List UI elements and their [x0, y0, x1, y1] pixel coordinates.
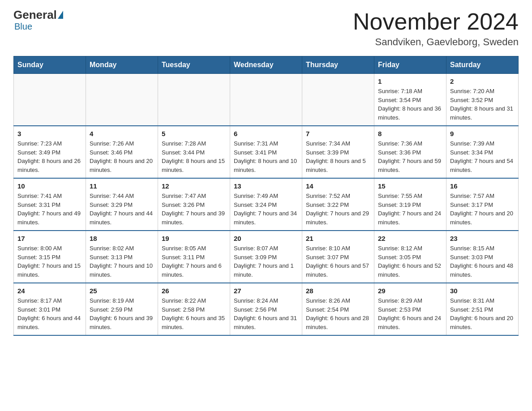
- day-info: Sunrise: 7:23 AMSunset: 3:49 PMDaylight:…: [17, 139, 82, 174]
- day-info: Sunrise: 7:52 AMSunset: 3:22 PMDaylight:…: [306, 192, 370, 227]
- calendar-cell: 22Sunrise: 8:12 AMSunset: 3:05 PMDayligh…: [374, 231, 446, 283]
- logo: General: [13, 9, 64, 21]
- day-number: 12: [162, 182, 226, 190]
- day-info: Sunrise: 7:41 AMSunset: 3:31 PMDaylight:…: [17, 192, 82, 227]
- calendar-cell: [86, 74, 158, 126]
- calendar-cell: 10Sunrise: 7:41 AMSunset: 3:31 PMDayligh…: [14, 178, 86, 231]
- day-info: Sunrise: 8:02 AMSunset: 3:13 PMDaylight:…: [90, 244, 154, 279]
- calendar-cell: 4Sunrise: 7:26 AMSunset: 3:46 PMDaylight…: [86, 126, 158, 178]
- calendar-cell: 26Sunrise: 8:22 AMSunset: 2:58 PMDayligh…: [158, 283, 230, 335]
- day-info: Sunrise: 7:39 AMSunset: 3:34 PMDaylight:…: [450, 139, 515, 174]
- calendar-cell: [14, 74, 86, 126]
- calendar-cell: 23Sunrise: 8:15 AMSunset: 3:03 PMDayligh…: [446, 231, 519, 283]
- page-header: General Blue November 2024 Sandviken, Ga…: [13, 9, 519, 48]
- day-number: 13: [234, 182, 298, 190]
- header-day-thursday: Thursday: [302, 56, 374, 74]
- header-day-tuesday: Tuesday: [158, 56, 230, 74]
- day-number: 6: [234, 130, 298, 137]
- day-info: Sunrise: 8:24 AMSunset: 2:56 PMDaylight:…: [234, 296, 298, 331]
- day-info: Sunrise: 8:15 AMSunset: 3:03 PMDaylight:…: [450, 244, 515, 279]
- day-number: 19: [162, 235, 226, 242]
- day-info: Sunrise: 7:28 AMSunset: 3:44 PMDaylight:…: [162, 139, 226, 174]
- day-info: Sunrise: 7:31 AMSunset: 3:41 PMDaylight:…: [234, 139, 298, 174]
- calendar-cell: 30Sunrise: 8:31 AMSunset: 2:51 PMDayligh…: [446, 283, 519, 335]
- day-number: 10: [17, 182, 82, 190]
- day-info: Sunrise: 7:47 AMSunset: 3:26 PMDaylight:…: [162, 192, 226, 227]
- calendar-cell: 14Sunrise: 7:52 AMSunset: 3:22 PMDayligh…: [302, 178, 374, 231]
- header-row: SundayMondayTuesdayWednesdayThursdayFrid…: [14, 56, 519, 74]
- calendar-cell: 5Sunrise: 7:28 AMSunset: 3:44 PMDaylight…: [158, 126, 230, 178]
- day-info: Sunrise: 8:29 AMSunset: 2:53 PMDaylight:…: [378, 296, 442, 331]
- day-number: 5: [162, 130, 226, 137]
- logo-general-text: General: [13, 9, 57, 21]
- day-info: Sunrise: 8:10 AMSunset: 3:07 PMDaylight:…: [306, 244, 370, 279]
- calendar-table: SundayMondayTuesdayWednesdayThursdayFrid…: [13, 56, 519, 336]
- day-number: 17: [17, 235, 82, 242]
- day-number: 28: [306, 287, 370, 295]
- logo-blue-text: Blue: [14, 21, 32, 32]
- calendar-cell: [158, 74, 230, 126]
- calendar-cell: 3Sunrise: 7:23 AMSunset: 3:49 PMDaylight…: [14, 126, 86, 178]
- calendar-cell: 16Sunrise: 7:57 AMSunset: 3:17 PMDayligh…: [446, 178, 519, 231]
- header-day-monday: Monday: [86, 56, 158, 74]
- day-info: Sunrise: 8:07 AMSunset: 3:09 PMDaylight:…: [234, 244, 298, 279]
- day-info: Sunrise: 8:19 AMSunset: 2:59 PMDaylight:…: [90, 296, 154, 331]
- day-info: Sunrise: 8:22 AMSunset: 2:58 PMDaylight:…: [162, 296, 226, 331]
- day-number: 21: [306, 235, 370, 242]
- logo-area: General Blue: [13, 9, 64, 32]
- header-day-friday: Friday: [374, 56, 446, 74]
- day-number: 30: [450, 287, 515, 295]
- day-info: Sunrise: 8:00 AMSunset: 3:15 PMDaylight:…: [17, 244, 82, 279]
- header-day-saturday: Saturday: [446, 56, 519, 74]
- header-day-wednesday: Wednesday: [230, 56, 302, 74]
- calendar-week-4: 17Sunrise: 8:00 AMSunset: 3:15 PMDayligh…: [14, 231, 519, 283]
- calendar-cell: 18Sunrise: 8:02 AMSunset: 3:13 PMDayligh…: [86, 231, 158, 283]
- header-day-sunday: Sunday: [14, 56, 86, 74]
- day-number: 15: [378, 182, 442, 190]
- calendar-body: 1Sunrise: 7:18 AMSunset: 3:54 PMDaylight…: [14, 74, 519, 336]
- day-number: 16: [450, 182, 515, 190]
- logo-triangle-icon: [58, 11, 63, 19]
- day-info: Sunrise: 7:34 AMSunset: 3:39 PMDaylight:…: [306, 139, 370, 174]
- day-number: 2: [450, 77, 515, 85]
- day-number: 27: [234, 287, 298, 295]
- day-info: Sunrise: 7:20 AMSunset: 3:52 PMDaylight:…: [450, 87, 515, 122]
- day-number: 3: [17, 130, 82, 137]
- day-number: 7: [306, 130, 370, 137]
- day-number: 4: [90, 130, 154, 137]
- day-info: Sunrise: 7:18 AMSunset: 3:54 PMDaylight:…: [378, 87, 442, 122]
- day-info: Sunrise: 7:57 AMSunset: 3:17 PMDaylight:…: [450, 192, 515, 227]
- calendar-cell: 11Sunrise: 7:44 AMSunset: 3:29 PMDayligh…: [86, 178, 158, 231]
- calendar-cell: 29Sunrise: 8:29 AMSunset: 2:53 PMDayligh…: [374, 283, 446, 335]
- day-info: Sunrise: 7:26 AMSunset: 3:46 PMDaylight:…: [90, 139, 154, 174]
- calendar-cell: [302, 74, 374, 126]
- day-info: Sunrise: 8:17 AMSunset: 3:01 PMDaylight:…: [17, 296, 82, 331]
- calendar-cell: 25Sunrise: 8:19 AMSunset: 2:59 PMDayligh…: [86, 283, 158, 335]
- calendar-cell: 9Sunrise: 7:39 AMSunset: 3:34 PMDaylight…: [446, 126, 519, 178]
- day-number: 9: [450, 130, 515, 137]
- calendar-cell: 7Sunrise: 7:34 AMSunset: 3:39 PMDaylight…: [302, 126, 374, 178]
- calendar-cell: 6Sunrise: 7:31 AMSunset: 3:41 PMDaylight…: [230, 126, 302, 178]
- day-number: 25: [90, 287, 154, 295]
- calendar-cell: 15Sunrise: 7:55 AMSunset: 3:19 PMDayligh…: [374, 178, 446, 231]
- title-area: November 2024 Sandviken, Gaevleborg, Swe…: [353, 9, 519, 48]
- day-number: 24: [17, 287, 82, 295]
- day-info: Sunrise: 7:44 AMSunset: 3:29 PMDaylight:…: [90, 192, 154, 227]
- calendar-cell: 13Sunrise: 7:49 AMSunset: 3:24 PMDayligh…: [230, 178, 302, 231]
- location-subtitle: Sandviken, Gaevleborg, Sweden: [353, 36, 519, 48]
- day-number: 14: [306, 182, 370, 190]
- day-info: Sunrise: 8:12 AMSunset: 3:05 PMDaylight:…: [378, 244, 442, 279]
- calendar-cell: 1Sunrise: 7:18 AMSunset: 3:54 PMDaylight…: [374, 74, 446, 126]
- calendar-header: SundayMondayTuesdayWednesdayThursdayFrid…: [14, 56, 519, 74]
- calendar-cell: 19Sunrise: 8:05 AMSunset: 3:11 PMDayligh…: [158, 231, 230, 283]
- calendar-cell: 28Sunrise: 8:26 AMSunset: 2:54 PMDayligh…: [302, 283, 374, 335]
- calendar-cell: [230, 74, 302, 126]
- day-number: 11: [90, 182, 154, 190]
- month-year-title: November 2024: [353, 9, 519, 34]
- day-number: 26: [162, 287, 226, 295]
- calendar-cell: 27Sunrise: 8:24 AMSunset: 2:56 PMDayligh…: [230, 283, 302, 335]
- calendar-week-5: 24Sunrise: 8:17 AMSunset: 3:01 PMDayligh…: [14, 283, 519, 335]
- calendar-cell: 2Sunrise: 7:20 AMSunset: 3:52 PMDaylight…: [446, 74, 519, 126]
- calendar-cell: 21Sunrise: 8:10 AMSunset: 3:07 PMDayligh…: [302, 231, 374, 283]
- calendar-cell: 12Sunrise: 7:47 AMSunset: 3:26 PMDayligh…: [158, 178, 230, 231]
